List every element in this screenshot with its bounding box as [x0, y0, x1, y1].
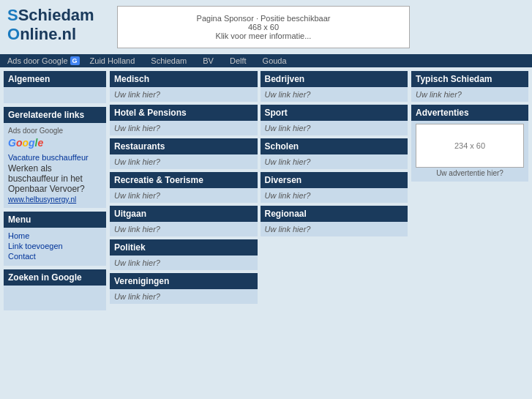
medisch-body: Uw link hier?	[110, 87, 258, 102]
diversen-block: Diversen Uw link hier?	[261, 172, 408, 203]
scholen-title: Scholen	[261, 138, 408, 154]
regionaal-title: Regionaal	[261, 206, 408, 222]
row-3: Restaurants Uw link hier? Scholen Uw lin…	[110, 138, 408, 169]
uitgaan-link[interactable]: Uw link hier?	[114, 225, 160, 234]
sponsor-box[interactable]: Pagina Sponsor · Positie beschikbaar 468…	[117, 6, 410, 48]
verenigingen-spacer	[261, 273, 408, 304]
hotel-block: Hotel & Pensions Uw link hier?	[110, 105, 258, 135]
verenigingen-link[interactable]: Uw link hier?	[114, 292, 160, 301]
zoeken-section: Zoeken in Google	[4, 269, 106, 310]
regionaal-link[interactable]: Uw link hier?	[265, 225, 311, 234]
politiek-spacer	[261, 239, 408, 270]
ad-banner[interactable]: 234 x 60	[416, 124, 524, 168]
medisch-link[interactable]: Uw link hier?	[114, 90, 160, 99]
scholen-block: Scholen Uw link hier?	[261, 138, 408, 169]
zoeken-body	[4, 286, 106, 310]
bedrijven-title: Bedrijven	[261, 71, 408, 87]
regionaal-body: Uw link hier?	[261, 222, 408, 236]
uitgaan-title: Uitgaan	[110, 206, 258, 222]
politiek-block: Politiek Uw link hier?	[110, 239, 258, 270]
sponsor-line3: Klik voor meer informatie...	[132, 31, 394, 40]
sponsor-line1: Pagina Sponsor · Positie beschikbaar	[132, 14, 394, 23]
algemeen-title: Algemeen	[4, 71, 106, 87]
medisch-title: Medisch	[110, 71, 258, 87]
politiek-body: Uw link hier?	[110, 256, 258, 270]
scholen-body: Uw link hier?	[261, 154, 408, 169]
verenigingen-block: Verenigingen Uw link hier?	[110, 273, 258, 304]
politiek-title: Politiek	[110, 239, 258, 256]
row-2: Hotel & Pensions Uw link hier? Sport Uw …	[110, 105, 408, 135]
regionaal-block: Regionaal Uw link hier?	[261, 206, 408, 236]
nav-link-zuidholland[interactable]: Zuid Holland	[84, 56, 141, 65]
menu-item-contact[interactable]: Contact	[8, 252, 102, 261]
sport-title: Sport	[261, 105, 408, 121]
restaurants-title: Restaurants	[110, 138, 258, 154]
nav-link-gouda[interactable]: Gouda	[257, 56, 293, 65]
scholen-link[interactable]: Uw link hier?	[265, 157, 311, 166]
sport-link[interactable]: Uw link hier?	[265, 124, 311, 133]
sport-body: Uw link hier?	[261, 121, 408, 135]
row-5: Uitgaan Uw link hier? Regionaal Uw link …	[110, 206, 408, 236]
row-1: Medisch Uw link hier? Bedrijven Uw link …	[110, 71, 408, 102]
typisch-link[interactable]: Uw link hier?	[416, 90, 462, 99]
ad-text-below: Uw advertentie hier?	[416, 168, 524, 179]
menu-item-link-toevoegen[interactable]: Link toevoegen	[8, 242, 102, 250]
advertenties-block: Advertenties 234 x 60 Uw advertentie hie…	[411, 105, 528, 182]
uitgaan-block: Uitgaan Uw link hier?	[110, 206, 258, 236]
logo: SSchiedam Online.nl	[7, 6, 95, 45]
vacature-desc2: buschauffeur in het	[8, 174, 83, 184]
advertenties-body: 234 x 60 Uw advertentie hier?	[411, 121, 528, 182]
main-layout: Algemeen Gerelateerde links Ads door Goo…	[0, 67, 532, 314]
sport-block: Sport Uw link hier?	[261, 105, 408, 135]
bedrijven-block: Bedrijven Uw link hier?	[261, 71, 408, 102]
navbar: Ads door Google G Zuid Holland Schiedam …	[0, 54, 532, 67]
row-4: Recreatie & Toerisme Uw link hier? Diver…	[110, 172, 408, 203]
nav-link-schiedam[interactable]: Schiedam	[145, 56, 192, 65]
restaurants-body: Uw link hier?	[110, 154, 258, 169]
hotel-title: Hotel & Pensions	[110, 105, 258, 121]
advertenties-title: Advertenties	[411, 105, 528, 121]
verenigingen-body: Uw link hier?	[110, 289, 258, 304]
vacature-desc1: Werken als	[8, 163, 52, 174]
row-7: Verenigingen Uw link hier?	[110, 273, 408, 304]
bedrijven-link[interactable]: Uw link hier?	[265, 90, 311, 99]
diversen-title: Diversen	[261, 172, 408, 188]
diversen-link[interactable]: Uw link hier?	[265, 191, 311, 200]
bedrijven-body: Uw link hier?	[261, 87, 408, 102]
vacature-link[interactable]: Vacature buschauffeur	[8, 153, 102, 162]
typisch-body: Uw link hier?	[411, 87, 528, 102]
menu-section: Menu Home Link toevoegen Contact	[4, 212, 106, 266]
politiek-link[interactable]: Uw link hier?	[114, 258, 160, 267]
medisch-block: Medisch Uw link hier?	[110, 71, 258, 102]
algemeen-body	[4, 87, 106, 103]
gerelateerde-title: Gerelateerde links	[4, 107, 106, 123]
ads-google-label: Ads door Google G	[7, 56, 80, 65]
google-wordmark: Google	[8, 137, 102, 149]
recreatie-link[interactable]: Uw link hier?	[114, 191, 160, 200]
sponsor-line2: 468 x 60	[132, 23, 394, 31]
gerelateerde-section: Gerelateerde links Ads door Google Googl…	[4, 107, 106, 208]
nav-link-delft[interactable]: Delft	[224, 56, 252, 65]
algemeen-section: Algemeen	[4, 71, 106, 103]
uitgaan-body: Uw link hier?	[110, 222, 258, 236]
sidebar: Algemeen Gerelateerde links Ads door Goo…	[4, 71, 106, 310]
verenigingen-title: Verenigingen	[110, 273, 258, 289]
typisch-title: Typisch Schiedam	[411, 71, 528, 87]
zoeken-title: Zoeken in Google	[4, 269, 106, 286]
right-column: Typisch Schiedam Uw link hier? Advertent…	[411, 71, 528, 310]
typisch-block: Typisch Schiedam Uw link hier?	[411, 71, 528, 102]
nav-link-bv[interactable]: BV	[197, 56, 220, 65]
vacature-url[interactable]: www.helbusynergy.nl	[8, 195, 76, 204]
menu-title: Menu	[4, 212, 106, 228]
hotel-link[interactable]: Uw link hier?	[114, 124, 160, 133]
hotel-body: Uw link hier?	[110, 121, 258, 135]
restaurants-link[interactable]: Uw link hier?	[114, 157, 160, 166]
diversen-body: Uw link hier?	[261, 188, 408, 203]
google-icon: G	[70, 56, 80, 65]
recreatie-title: Recreatie & Toerisme	[110, 172, 258, 188]
menu-body: Home Link toevoegen Contact	[4, 228, 106, 266]
vacature-desc3: Openbaar Vervoer?	[8, 184, 85, 194]
ad-size-text: 234 x 60	[454, 141, 485, 150]
menu-item-home[interactable]: Home	[8, 231, 102, 240]
recreatie-body: Uw link hier?	[110, 188, 258, 203]
